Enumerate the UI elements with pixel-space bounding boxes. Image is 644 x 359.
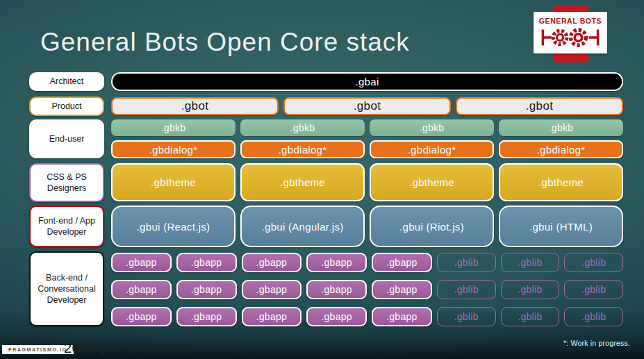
page-title: General Bots Open Core stack bbox=[40, 28, 527, 57]
block-gbot: .gbot bbox=[283, 97, 451, 115]
block-gbot: .gbot bbox=[456, 97, 623, 115]
role-label-backend-conversational-developer: Back-end / Conversational Developer bbox=[29, 251, 104, 326]
block-gbtheme: .gbtheme bbox=[370, 163, 494, 201]
gears-icon bbox=[540, 26, 601, 52]
block-gbapp: .gbapp bbox=[306, 253, 367, 272]
block-gblib: .gblib bbox=[437, 280, 496, 299]
block-gbapp: .gbapp bbox=[176, 307, 237, 326]
block-gbapp: .gbapp bbox=[242, 307, 302, 326]
logo-text: GENERAL BOTS bbox=[539, 17, 602, 25]
row-gbot: .gbot .gbot .gbot bbox=[111, 97, 623, 115]
row-gbui: .gbui (React.js) .gbui (Angular.js) .gbu… bbox=[111, 206, 623, 247]
block-gbui-html: .gbui (HTML) bbox=[499, 206, 623, 247]
block-gbapp: .gbapp bbox=[111, 253, 172, 272]
row-gbapp-gblib-3: .gbapp .gbapp .gbapp .gbapp .gbapp .gbli… bbox=[111, 307, 623, 326]
block-gbot: .gbot bbox=[111, 97, 279, 115]
block-gbapp: .gbapp bbox=[242, 280, 302, 299]
block-gbui-angular: .gbui (Angular.js) bbox=[240, 206, 365, 247]
block-gblib: .gblib bbox=[437, 253, 496, 272]
slide: General Bots Open Core stack GENERAL BOT… bbox=[0, 0, 644, 359]
block-gbui-riot: .gbui (Riot.js) bbox=[370, 206, 494, 247]
row-gbtheme: .gbtheme .gbtheme .gbtheme .gbtheme bbox=[111, 163, 623, 201]
row-gbapp-gblib-1: .gbapp .gbapp .gbapp .gbapp .gbapp .gbli… bbox=[111, 253, 623, 272]
block-gblib: .gblib bbox=[564, 280, 623, 299]
block-gbkb: .gbkb bbox=[499, 119, 623, 136]
row-gbapp-gblib-2: .gbapp .gbapp .gbapp .gbapp .gbapp .gbli… bbox=[111, 280, 623, 299]
block-gbapp: .gbapp bbox=[176, 280, 237, 299]
pragmatismo-brand-badge: PRAGMATISMO.IO bbox=[2, 345, 74, 354]
work-in-progress-note: *: Work in progress. bbox=[563, 339, 630, 347]
block-gbapp: .gbapp bbox=[372, 307, 432, 326]
block-gbdialog: .gbdialog* bbox=[111, 140, 236, 158]
block-gbtheme: .gbtheme bbox=[111, 163, 236, 201]
role-label-product: Product bbox=[29, 97, 104, 116]
row-gbai: .gbai bbox=[111, 72, 623, 91]
block-gblib: .gblib bbox=[501, 307, 560, 326]
block-gblib: .gblib bbox=[564, 253, 623, 272]
block-gbapp: .gbapp bbox=[176, 253, 237, 272]
row-gbdialog: .gbdialog* .gbdialog* .gbdialog* .gbdial… bbox=[111, 140, 623, 158]
block-gbtheme: .gbtheme bbox=[499, 163, 623, 201]
block-gblib: .gblib bbox=[437, 307, 496, 326]
block-gblib: .gblib bbox=[501, 253, 560, 272]
role-label-frontend-app-developer: Font-end / App Developer bbox=[29, 206, 104, 247]
block-gbui-react: .gbui (React.js) bbox=[111, 206, 236, 247]
block-gbkb: .gbkb bbox=[240, 119, 365, 136]
block-gblib: .gblib bbox=[501, 280, 560, 299]
block-gbapp: .gbapp bbox=[111, 280, 172, 299]
block-gbkb: .gbkb bbox=[111, 119, 236, 136]
block-gbdialog: .gbdialog* bbox=[370, 140, 494, 158]
block-gbapp: .gbapp bbox=[372, 280, 432, 299]
block-gbapp: .gbapp bbox=[111, 307, 172, 326]
role-label-architect: Architect bbox=[29, 72, 104, 91]
block-gbdialog: .gbdialog* bbox=[499, 140, 623, 158]
row-gbkb: .gbkb .gbkb .gbkb .gbkb bbox=[111, 119, 623, 136]
block-gbai: .gbai bbox=[111, 72, 623, 91]
footer-quarter-label: 2018Q4 - Corporate bbox=[64, 340, 194, 356]
block-gbdialog: .gbdialog* bbox=[240, 140, 365, 158]
general-bots-logo: GENERAL BOTS bbox=[534, 12, 607, 53]
block-gblib: .gblib bbox=[564, 307, 623, 326]
block-gbkb: .gbkb bbox=[370, 119, 494, 136]
block-gbapp: .gbapp bbox=[306, 280, 367, 299]
role-label-end-user: End-user bbox=[29, 119, 104, 158]
block-gbtheme: .gbtheme bbox=[240, 163, 365, 201]
block-gbapp: .gbapp bbox=[242, 253, 302, 272]
block-gbapp: .gbapp bbox=[372, 253, 432, 272]
role-label-css-ps-designers: CSS & PS Designers bbox=[29, 163, 104, 202]
block-gbapp: .gbapp bbox=[306, 307, 367, 326]
